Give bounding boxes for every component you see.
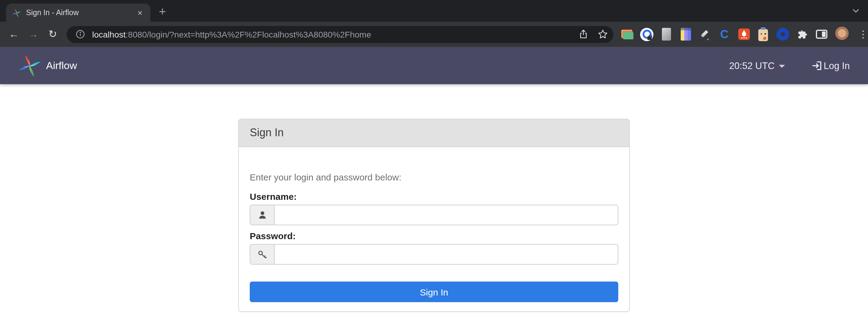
card-title: Sign In xyxy=(239,119,629,147)
form-intro-text: Enter your login and password below: xyxy=(250,172,618,182)
password-label: Password: xyxy=(250,231,618,241)
sign-in-arrow-icon xyxy=(812,60,823,71)
puzzle-extensions-icon[interactable] xyxy=(795,28,809,41)
username-input[interactable] xyxy=(275,205,618,225)
notes-extension-icon[interactable] xyxy=(659,28,673,41)
airflow-favicon-icon xyxy=(12,8,21,17)
pen-extension-icon[interactable] xyxy=(698,28,712,41)
url-host: localhost xyxy=(92,29,126,39)
username-label: Username: xyxy=(250,191,618,202)
password-input[interactable] xyxy=(275,244,618,264)
key-icon xyxy=(250,244,275,264)
signin-card: Sign In Enter your login and password be… xyxy=(238,119,630,312)
airflow-navbar: Airflow 20:52 UTC Log In xyxy=(0,47,868,84)
back-button[interactable]: ← xyxy=(5,25,23,43)
pet-extension-icon[interactable] xyxy=(756,28,770,41)
login-label: Log In xyxy=(824,60,850,71)
browser-window: Sign In - Airflow × + ← → ↻ localhost:80… xyxy=(0,0,868,330)
bookmark-star-icon[interactable] xyxy=(595,27,610,41)
clock-label: 20:52 UTC xyxy=(729,60,775,71)
share-icon[interactable] xyxy=(576,27,590,41)
browser-menu-icon[interactable]: ⋮ xyxy=(856,26,868,43)
airflow-logo-icon xyxy=(18,54,41,77)
url-text[interactable]: localhost:8080/login/?next=http%3A%2F%2F… xyxy=(92,29,571,39)
side-panel-icon[interactable] xyxy=(815,28,828,41)
extensions-row: C ⋮ xyxy=(621,26,868,43)
profile-avatar[interactable] xyxy=(834,26,850,42)
tab-strip: Sign In - Airflow × + xyxy=(0,0,868,22)
password-manager-extension-icon[interactable] xyxy=(640,28,653,41)
page-body: Sign In Enter your login and password be… xyxy=(0,84,868,330)
flame-extension-icon[interactable] xyxy=(737,28,750,41)
site-info-icon[interactable] xyxy=(73,27,87,41)
password-input-group xyxy=(250,244,618,265)
user-icon xyxy=(250,205,275,225)
navbar-login-link[interactable]: Log In xyxy=(812,60,850,71)
folder-extension-icon[interactable] xyxy=(621,28,634,41)
forward-button[interactable]: → xyxy=(24,25,42,43)
address-bar[interactable]: localhost:8080/login/?next=http%3A%2F%2F… xyxy=(67,26,613,43)
timezone-dropdown[interactable]: 20:52 UTC xyxy=(729,60,785,71)
signin-form: Enter your login and password below: Use… xyxy=(239,147,629,311)
airflow-brand[interactable]: Airflow xyxy=(18,54,77,77)
tab-search-chevron-icon[interactable] xyxy=(851,6,861,18)
tab-close-icon[interactable]: × xyxy=(134,7,146,18)
browser-toolbar: ← → ↻ localhost:8080/login/?next=http%3A… xyxy=(0,22,868,47)
c-logo-extension-icon[interactable]: C xyxy=(718,28,731,41)
navbar-right: 20:52 UTC Log In xyxy=(729,60,850,71)
browser-tab[interactable]: Sign In - Airflow × xyxy=(6,4,150,22)
brand-label: Airflow xyxy=(46,60,77,72)
blue-ring-extension-icon[interactable] xyxy=(776,28,789,41)
username-input-group xyxy=(250,205,618,225)
caret-down-icon xyxy=(779,65,785,68)
reload-button[interactable]: ↻ xyxy=(44,25,62,43)
new-tab-button[interactable]: + xyxy=(154,3,171,20)
spreadsheet-extension-icon[interactable] xyxy=(679,28,692,41)
tab-title: Sign In - Airflow xyxy=(26,8,130,17)
url-path: :8080/login/?next=http%3A%2F%2Flocalhost… xyxy=(126,29,371,39)
sign-in-button[interactable]: Sign In xyxy=(250,282,618,302)
